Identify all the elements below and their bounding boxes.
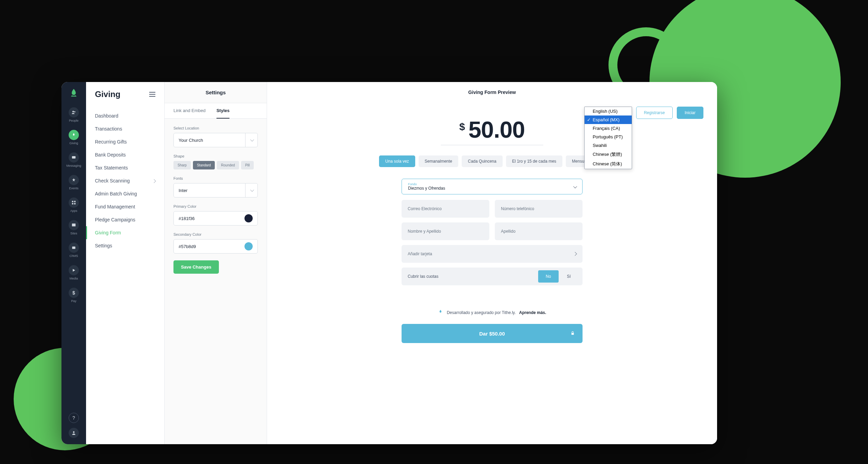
currency-symbol: $ (459, 121, 465, 132)
logo-icon (69, 88, 79, 98)
shape-label: Shape (173, 154, 258, 158)
secondary-color-swatch (244, 242, 253, 250)
name-field[interactable]: Nombre y Apellido (402, 222, 489, 240)
phone-field[interactable]: Número telefónico (495, 200, 583, 218)
tab-styles[interactable]: Styles (216, 103, 229, 119)
tithely-icon (438, 309, 443, 316)
lock-icon (570, 331, 575, 337)
lang-option-pt[interactable]: Português (PT) (585, 133, 632, 141)
nav-people[interactable]: People (69, 107, 79, 122)
lang-option-es[interactable]: Español (MX) (585, 115, 632, 124)
svg-rect-4 (74, 201, 75, 202)
sidebar-item-transactions[interactable]: Transactions (86, 122, 164, 135)
powered-text: Desarrollado y asegurado por Tithe.ly. (447, 310, 516, 315)
nav-events[interactable]: Events (69, 175, 79, 190)
settings-panel: Settings Link and Embed Styles Select Lo… (165, 82, 267, 444)
sites-icon (69, 220, 79, 230)
sidebar-item-batch[interactable]: Admin Batch Giving (86, 187, 164, 200)
primary-color-label: Primary Color (173, 204, 258, 208)
fonts-select[interactable]: Inter (173, 183, 258, 197)
add-card-button[interactable]: Añadir tarjeta (402, 245, 583, 263)
freq-weekly[interactable]: Semanalmente (419, 155, 459, 167)
language-dropdown[interactable]: English (US) Español (MX) Français (CA) … (584, 107, 632, 169)
primary-color-swatch (244, 214, 253, 222)
sidebar-title: Giving (95, 90, 121, 99)
login-button[interactable]: Iniciar (677, 107, 703, 119)
hamburger-icon[interactable] (149, 92, 155, 97)
nav-giving[interactable]: Giving (69, 130, 79, 145)
shape-sharp[interactable]: Sharp (173, 161, 191, 169)
register-button[interactable]: Registrarse (636, 107, 673, 119)
sidebar-item-pledge[interactable]: Pledge Campaigns (86, 213, 164, 226)
svg-rect-10 (572, 333, 574, 335)
messaging-icon (69, 152, 79, 163)
media-icon (69, 265, 79, 275)
settings-header: Settings (165, 82, 267, 103)
lang-option-en[interactable]: English (US) (585, 107, 632, 115)
cover-fees-label: Cubrir las cuotas (408, 274, 438, 279)
shape-rounded[interactable]: Rounded (217, 161, 239, 169)
sidebar-item-check[interactable]: Check Scanning (86, 174, 164, 187)
chevron-down-icon (573, 183, 576, 190)
chevron-right-icon (574, 251, 576, 256)
people-icon (69, 107, 79, 118)
give-button[interactable]: Dar $50.00 (402, 324, 583, 343)
nav-chms[interactable]: ChMS (69, 243, 79, 258)
fund-value: Diezmos y Ofrendas (408, 186, 576, 191)
preview-panel: Giving Form Preview English (US) Español… (267, 82, 717, 444)
svg-rect-7 (72, 223, 76, 226)
sidebar: Giving Dashboard Transactions Recurring … (86, 82, 165, 444)
svg-point-0 (72, 111, 74, 112)
sidebar-item-fund[interactable]: Fund Management (86, 200, 164, 213)
shape-pill[interactable]: Pill (241, 161, 254, 169)
cover-yes-button[interactable]: Sí (559, 270, 579, 283)
sidebar-item-deposits[interactable]: Bank Deposits (86, 148, 164, 161)
giving-icon (69, 130, 79, 140)
app-window: People Giving Messaging Events Apps Site… (61, 82, 717, 444)
pay-icon: $ (69, 288, 79, 298)
email-field[interactable]: Correo Electrónico (402, 200, 489, 218)
help-icon[interactable]: ? (69, 413, 79, 423)
sidebar-item-recurring[interactable]: Recurring Gifts (86, 135, 164, 148)
nav-media[interactable]: Media (69, 265, 79, 280)
freq-1-15[interactable]: El 1ro y 15 de cada mes (506, 155, 562, 167)
freq-biweekly[interactable]: Cada Quincena (462, 155, 502, 167)
freq-once[interactable]: Una sola vez (379, 155, 415, 167)
cover-no-button[interactable]: No (538, 270, 559, 283)
nav-apps[interactable]: Apps (69, 197, 79, 213)
cover-fees-row: Cubrir las cuotas No Sí (402, 268, 583, 285)
sidebar-item-settings[interactable]: Settings (86, 239, 164, 252)
apps-icon (69, 197, 79, 208)
preview-header: Giving Form Preview (267, 82, 717, 103)
chms-icon (69, 243, 79, 253)
svg-rect-2 (72, 156, 76, 159)
lang-option-sw[interactable]: Swahili (585, 141, 632, 150)
learn-more-link[interactable]: Aprende más. (519, 310, 546, 315)
amount-value: 50.00 (468, 117, 525, 142)
lang-option-fr[interactable]: Français (CA) (585, 124, 632, 133)
nav-sites[interactable]: Sites (69, 220, 79, 235)
nav-messaging[interactable]: Messaging (66, 152, 81, 167)
sidebar-item-dashboard[interactable]: Dashboard (86, 109, 164, 122)
svg-point-1 (74, 111, 75, 113)
lang-option-zh-s[interactable]: Chinese (简体) (585, 159, 632, 169)
sidebar-item-tax[interactable]: Tax Statements (86, 161, 164, 174)
svg-rect-5 (72, 203, 73, 204)
nav-pay[interactable]: $ Pay (69, 288, 79, 303)
sidebar-item-giving-form[interactable]: Giving Form (86, 226, 164, 239)
primary-color-input[interactable]: #181f36 (173, 211, 258, 226)
secondary-color-input[interactable]: #57b8d9 (173, 239, 258, 254)
shape-standard[interactable]: Standard (193, 161, 215, 169)
chevron-down-icon (245, 133, 257, 147)
save-button[interactable]: Save Changes (173, 260, 219, 274)
tab-link-embed[interactable]: Link and Embed (173, 103, 206, 118)
surname-field[interactable]: Apellido (495, 222, 583, 240)
fonts-label: Fonts (173, 176, 258, 180)
fund-select[interactable]: Fondo Diezmos y Ofrendas (402, 179, 583, 194)
chevron-down-icon (245, 183, 257, 197)
location-select[interactable]: Your Church (173, 133, 258, 147)
lang-option-zh-t[interactable]: Chinese (繁體) (585, 150, 632, 159)
profile-icon[interactable] (69, 428, 79, 438)
secondary-color-label: Secondary Color (173, 232, 258, 236)
chevron-right-icon (153, 178, 155, 183)
